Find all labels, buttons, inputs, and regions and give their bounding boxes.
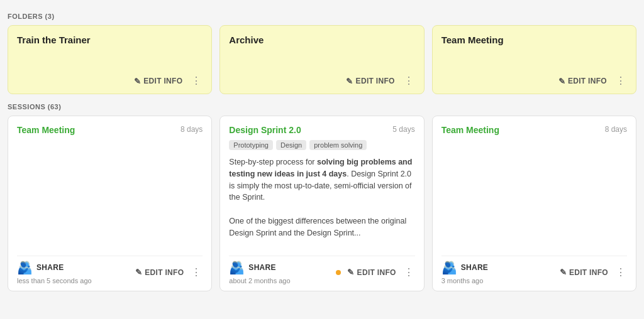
folder-1-edit-button[interactable]: ✎ EDIT INFO bbox=[131, 75, 185, 87]
folder-2-edit-button[interactable]: ✎ EDIT INFO bbox=[343, 75, 397, 87]
folder-2-more-button[interactable]: ⋮ bbox=[402, 75, 415, 87]
tag-design: Design bbox=[276, 140, 306, 150]
folder-3-more-button[interactable]: ⋮ bbox=[614, 75, 627, 87]
edit-icon-1: ✎ bbox=[134, 77, 141, 86]
session-2-days: 5 days bbox=[392, 125, 414, 134]
share-icon-2: 🫂 bbox=[229, 260, 245, 275]
session-2-footer: 🫂 SHARE about 2 months ago ✎ EDIT INFO ⋮ bbox=[229, 256, 414, 284]
session-1-timestamp: less than 5 seconds ago bbox=[17, 277, 92, 284]
session-card-3: Team Meeting 8 days 🫂 SHARE 3 months ago… bbox=[432, 116, 636, 291]
sessions-section-header: SESSIONS (63) bbox=[8, 103, 636, 111]
folder-2-footer: ✎ EDIT INFO ⋮ bbox=[229, 70, 414, 87]
folder-1-edit-label: EDIT INFO bbox=[143, 77, 182, 85]
session-3-header: Team Meeting 8 days bbox=[441, 125, 627, 135]
folder-1-more-button[interactable]: ⋮ bbox=[190, 75, 203, 87]
session-card-2: Design Sprint 2.0 5 days Prototyping Des… bbox=[219, 116, 424, 291]
folder-title-1: Train the Trainer bbox=[17, 35, 203, 70]
session-1-share-label: SHARE bbox=[36, 263, 64, 272]
folder-card-2: Archive ✎ EDIT INFO ⋮ bbox=[219, 25, 424, 94]
session-2-share-section: 🫂 SHARE about 2 months ago bbox=[229, 260, 290, 284]
folder-1-footer: ✎ EDIT INFO ⋮ bbox=[17, 70, 203, 87]
session-1-actions: ✎ EDIT INFO ⋮ bbox=[133, 266, 203, 279]
session-2-title: Design Sprint 2.0 bbox=[229, 125, 301, 135]
session-1-share-section: 🫂 SHARE less than 5 seconds ago bbox=[17, 260, 92, 284]
session-3-actions: ✎ EDIT INFO ⋮ bbox=[557, 266, 627, 279]
session-1-footer: 🫂 SHARE less than 5 seconds ago ✎ EDIT I… bbox=[17, 256, 203, 284]
session-3-edit-label: EDIT INFO bbox=[569, 268, 608, 277]
session-2-edit-icon: ✎ bbox=[347, 268, 354, 277]
session-3-days: 8 days bbox=[605, 125, 627, 134]
session-3-share-label: SHARE bbox=[461, 263, 489, 272]
session-card-1: Team Meeting 8 days 🫂 SHARE less than 5 … bbox=[8, 116, 212, 291]
session-1-desc bbox=[17, 140, 203, 195]
session-2-desc-after: . Design Sprint 2.0 is simply the most u… bbox=[229, 170, 411, 237]
folders-section-header: FOLDERS (3) bbox=[8, 13, 636, 20]
folder-title-2: Archive bbox=[229, 35, 414, 70]
session-2-share-label: SHARE bbox=[248, 263, 276, 272]
session-2-edit-button[interactable]: ✎ EDIT INFO bbox=[345, 266, 398, 278]
folder-2-edit-label: EDIT INFO bbox=[356, 77, 395, 85]
session-1-title: Team Meeting bbox=[17, 125, 75, 135]
session-2-status-dot bbox=[336, 270, 341, 275]
session-3-desc bbox=[441, 140, 627, 195]
tag-prototyping: Prototyping bbox=[229, 140, 273, 150]
session-1-more-button[interactable]: ⋮ bbox=[190, 266, 203, 279]
session-3-edit-button[interactable]: ✎ EDIT INFO bbox=[557, 266, 611, 278]
share-icon-1: 🫂 bbox=[17, 260, 33, 275]
session-2-share-button[interactable]: 🫂 SHARE bbox=[229, 260, 290, 275]
session-1-days: 8 days bbox=[180, 125, 203, 134]
session-1-share-button[interactable]: 🫂 SHARE bbox=[17, 260, 92, 275]
session-3-share-button[interactable]: 🫂 SHARE bbox=[441, 260, 489, 275]
session-2-actions: ✎ EDIT INFO ⋮ bbox=[336, 266, 414, 279]
session-1-edit-label: EDIT INFO bbox=[145, 268, 184, 277]
session-2-desc: Step-by-step process for solving big pro… bbox=[229, 156, 414, 249]
session-3-title: Team Meeting bbox=[441, 125, 499, 135]
session-3-timestamp: 3 months ago bbox=[441, 277, 489, 284]
folder-card-3: Team Meeting ✎ EDIT INFO ⋮ bbox=[432, 25, 636, 94]
session-2-header: Design Sprint 2.0 5 days bbox=[229, 125, 414, 135]
session-3-footer: 🫂 SHARE 3 months ago ✎ EDIT INFO ⋮ bbox=[441, 256, 627, 284]
edit-icon-3: ✎ bbox=[558, 77, 565, 86]
session-3-more-button[interactable]: ⋮ bbox=[614, 266, 627, 279]
session-2-timestamp: about 2 months ago bbox=[229, 277, 290, 284]
session-1-edit-button[interactable]: ✎ EDIT INFO bbox=[133, 266, 186, 278]
session-2-more-button[interactable]: ⋮ bbox=[402, 266, 415, 279]
tag-problem-solving: problem solving bbox=[309, 140, 367, 150]
share-icon-3: 🫂 bbox=[441, 260, 457, 275]
session-1-edit-icon: ✎ bbox=[135, 268, 142, 277]
folders-grid: Train the Trainer ✎ EDIT INFO ⋮ Archive … bbox=[8, 25, 636, 94]
folder-3-footer: ✎ EDIT INFO ⋮ bbox=[441, 70, 627, 87]
session-2-tags: Prototyping Design problem solving bbox=[229, 140, 414, 150]
session-2-desc-before: Step-by-step process for bbox=[229, 158, 317, 166]
session-3-edit-icon: ✎ bbox=[560, 268, 567, 277]
session-1-header: Team Meeting 8 days bbox=[17, 125, 203, 135]
folder-3-edit-label: EDIT INFO bbox=[568, 77, 607, 85]
folder-title-3: Team Meeting bbox=[441, 35, 627, 70]
edit-icon-2: ✎ bbox=[346, 77, 353, 86]
sessions-grid: Team Meeting 8 days 🫂 SHARE less than 5 … bbox=[8, 116, 636, 291]
folder-3-edit-button[interactable]: ✎ EDIT INFO bbox=[556, 75, 609, 87]
folder-card-1: Train the Trainer ✎ EDIT INFO ⋮ bbox=[8, 25, 212, 94]
session-2-edit-label: EDIT INFO bbox=[357, 268, 396, 277]
session-3-share-section: 🫂 SHARE 3 months ago bbox=[441, 260, 489, 284]
